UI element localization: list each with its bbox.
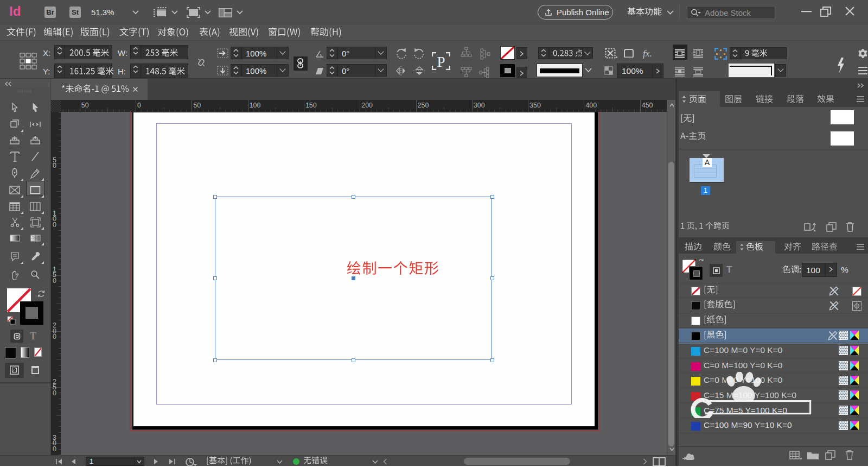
svg-text:P: P xyxy=(437,54,445,70)
